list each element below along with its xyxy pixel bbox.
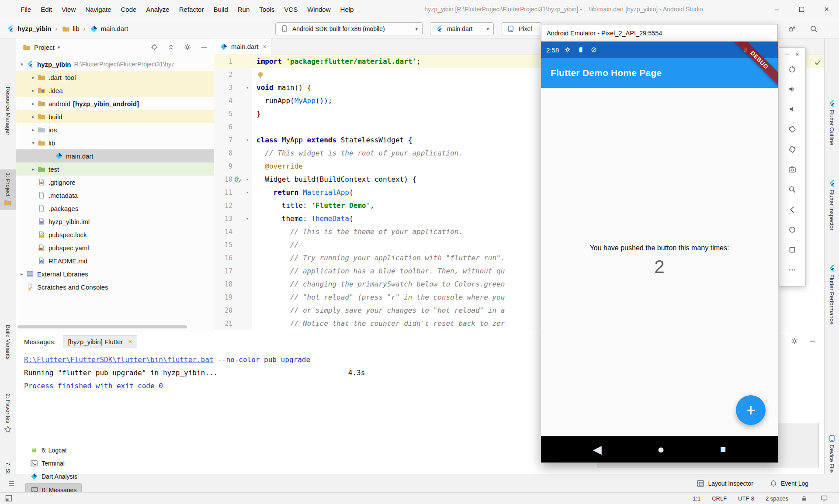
fold-marker-icon[interactable]: ▾ (243, 212, 252, 225)
hide-panel-icon[interactable] (808, 337, 817, 345)
inspections-ok-icon[interactable] (814, 59, 822, 66)
emulator-volume-up-icon[interactable] (785, 82, 800, 97)
gutter[interactable]: 12 (214, 199, 252, 212)
tool-window-toggle-icon[interactable] (4, 494, 13, 503)
gutter[interactable]: 1 (214, 55, 252, 68)
breadcrumb-project[interactable]: hyzp_yibin (17, 25, 52, 32)
window-maximize-button[interactable] (789, 0, 814, 19)
menu-item-run[interactable]: Run (233, 3, 255, 15)
emulator-titlebar[interactable]: Android Emulator - Pixel_2_API_29:5554 (541, 24, 778, 41)
android-back-button[interactable]: ◀ (593, 443, 602, 456)
device-selector-dropdown[interactable]: Android SDK built for x86 (mobile) ▾ (275, 22, 423, 35)
gutter[interactable]: 6 (214, 121, 252, 134)
fold-marker-icon[interactable]: ▾ (243, 134, 252, 147)
fold-marker-icon[interactable]: ▾ (243, 81, 252, 94)
emulator-overview-icon[interactable] (785, 242, 800, 257)
chevron-right-icon[interactable]: ▸ (29, 166, 37, 172)
tool-strip-flutter-performance[interactable]: Flutter Performance (825, 261, 839, 328)
tree-item--dart-tool[interactable]: ▸.dart_tool (16, 71, 214, 84)
gutter[interactable]: 3▾ (214, 81, 252, 94)
tree-item-build[interactable]: ▸build (16, 110, 214, 123)
gutter[interactable]: 19 (214, 291, 252, 304)
console-link[interactable]: R:\Flutter\FlutterSDK\flutter\bin\flutte… (24, 356, 213, 364)
gutter[interactable]: 9 (214, 160, 252, 173)
locate-file-icon[interactable] (150, 43, 159, 52)
chevron-right-icon[interactable]: ▸ (29, 88, 37, 93)
tree-item-android[interactable]: ▸android[hyzp_yibin_android] (16, 97, 214, 110)
emulator-back-icon[interactable] (785, 202, 800, 217)
menu-item-edit[interactable]: Edit (36, 3, 57, 15)
tree-item-scratches-and-consoles[interactable]: Scratches and Consoles (16, 280, 214, 293)
status-indent-style[interactable]: 2 spaces (766, 495, 788, 502)
gutter[interactable]: 20 (214, 304, 252, 317)
override-marker-icon[interactable] (232, 173, 243, 186)
intention-bulb-icon[interactable] (257, 71, 265, 79)
menu-item-refactor[interactable]: Refactor (174, 3, 209, 15)
tree-item--idea[interactable]: ▸.idea (16, 84, 214, 97)
gutter[interactable]: 15 (214, 238, 252, 252)
window-close-button[interactable]: × (814, 0, 839, 19)
project-panel-title[interactable]: Project (34, 44, 55, 51)
gutter[interactable]: 14 (214, 225, 252, 238)
deploy-target-dropdown[interactable]: Pixel (502, 22, 542, 35)
gutter[interactable]: 2 (214, 68, 252, 81)
hide-panel-icon[interactable] (200, 43, 208, 52)
toolwindow-button-dart-analysis[interactable]: Dart Analysis (25, 470, 82, 483)
collapse-all-icon[interactable] (166, 43, 175, 52)
tree-item-external-libraries[interactable]: ▸External Libraries (16, 267, 214, 280)
gutter[interactable]: 18 (214, 278, 252, 291)
gutter[interactable]: 16 (214, 252, 252, 265)
emulator-more-icon[interactable] (785, 262, 800, 277)
tree-item-pubspec-lock[interactable]: pubspec.lock (16, 228, 214, 241)
gutter[interactable]: 11▾ (214, 186, 252, 199)
chevron-right-icon[interactable]: ▸ (18, 271, 26, 277)
attach-debugger-icon[interactable] (787, 24, 797, 34)
gutter[interactable]: 5 (214, 107, 252, 121)
settings-gear-icon[interactable] (183, 43, 192, 52)
screen-widget-icon[interactable] (820, 494, 829, 503)
tree-item-readme-md[interactable]: iREADME.md (16, 254, 214, 267)
breadcrumb-file[interactable]: main.dart (101, 25, 128, 32)
chevron-down-icon[interactable]: ▾ (18, 62, 26, 67)
emulator-zoom-icon[interactable] (785, 182, 800, 197)
status-caret-position[interactable]: 1:1 (693, 495, 700, 502)
fold-marker-icon[interactable]: ▾ (243, 173, 252, 186)
tool-strip-favorites[interactable]: 2: Favorites (0, 390, 16, 436)
fab-button[interactable]: + (736, 395, 766, 425)
tree-item-lib[interactable]: ▾lib (16, 136, 214, 149)
chevron-right-icon[interactable]: ▸ (29, 101, 37, 107)
android-home-button[interactable]: ● (657, 443, 664, 456)
tree-item--gitignore[interactable]: .gitignore (16, 176, 214, 189)
gutter[interactable]: 13▾ (214, 212, 252, 225)
gutter[interactable]: 10▾ (214, 173, 252, 186)
breadcrumb-folder[interactable]: lib (73, 25, 80, 32)
emulator-volume-down-icon[interactable] (785, 102, 800, 117)
tool-strip-build-variants[interactable]: Build Variants (0, 322, 16, 362)
menu-item-help[interactable]: Help (336, 3, 359, 15)
chevron-down-icon[interactable]: ▾ (29, 140, 37, 146)
emulator-screenshot-icon[interactable] (785, 162, 800, 177)
messages-settings-icon[interactable] (790, 337, 799, 345)
menu-item-build[interactable]: Build (208, 3, 232, 15)
tree-item-test[interactable]: ▸test (16, 162, 214, 176)
tool-windows-menu-icon[interactable] (7, 479, 16, 488)
tool-strip-resource-manager[interactable]: Resource Manager (0, 84, 16, 138)
toolwindow-button-event-log[interactable]: Event Log (765, 477, 813, 490)
search-icon[interactable] (808, 24, 819, 34)
emulator-power-icon[interactable] (785, 62, 800, 76)
fold-marker-icon[interactable]: ▾ (243, 186, 252, 199)
menu-item-file[interactable]: File (16, 3, 36, 15)
emulator-close-button[interactable]: × (795, 50, 799, 58)
tool-strip-flutter-outline[interactable]: Flutter Outline (825, 97, 839, 148)
tree-item-hyzp-yibin-iml[interactable]: hyzp_yibin.iml (16, 215, 214, 228)
gutter[interactable]: 7▾ (214, 134, 252, 147)
lock-icon[interactable] (800, 494, 808, 503)
toolwindow-button-layout-inspector[interactable]: Layout Inspector (692, 477, 758, 490)
toolwindow-button-terminal[interactable]: Terminal (25, 457, 82, 470)
gutter[interactable]: 17 (214, 265, 252, 278)
tree-item--metadata[interactable]: .metadata (16, 189, 214, 202)
tree-item-ios[interactable]: ▸ios (16, 123, 214, 136)
window-minimize-button[interactable]: – (764, 0, 789, 19)
chevron-right-icon[interactable]: ▸ (29, 127, 37, 133)
close-icon[interactable]: × (128, 338, 132, 345)
